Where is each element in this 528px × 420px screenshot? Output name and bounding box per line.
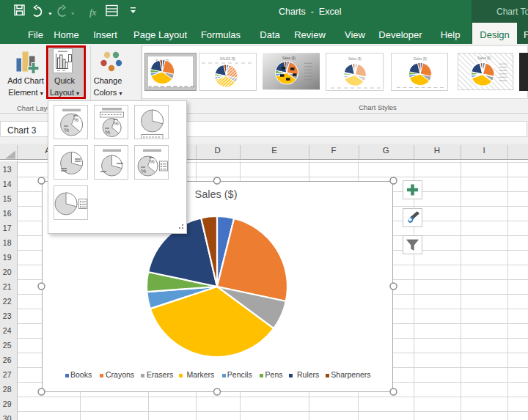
svg-text:Sales ($): Sales ($) [348, 57, 362, 61]
svg-text:fx: fx [89, 7, 97, 18]
svg-text:%: % [141, 168, 146, 174]
svg-text:Sales ($): Sales ($) [282, 56, 296, 60]
svg-text:%: % [113, 120, 118, 127]
svg-text:%: % [150, 158, 155, 165]
svg-text:%: % [73, 117, 78, 123]
svg-text:SALES ($): SALES ($) [220, 57, 236, 61]
svg-text:%: % [64, 127, 69, 133]
svg-text:%: % [105, 129, 110, 136]
svg-text:Sales ($): Sales ($) [413, 57, 427, 61]
